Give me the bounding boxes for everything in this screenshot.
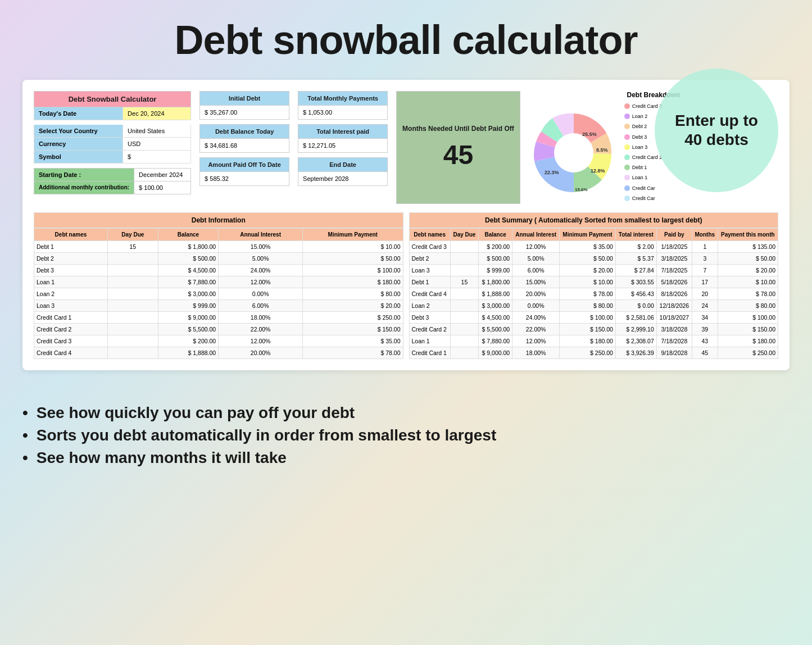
pie-chart: 25.5% 8.5% 12.8% 15.6% 22.3% (529, 108, 619, 198)
table-row: Loan 1 $ 7,880.00 12.00% $ 180.00 (34, 276, 403, 288)
end-date-label: End Date (298, 157, 388, 172)
table-row: Debt 1 15 $ 1,800.00 15.00% $ 10.00 $ 30… (409, 276, 778, 288)
table-row: Credit Card 1 $ 9,000.00 18.00% $ 250.00 (34, 311, 403, 323)
total-monthly-value: $ 1,053.00 (298, 106, 388, 120)
country-label: Select Your Country (34, 125, 123, 137)
currency-value: USD (123, 138, 190, 150)
col-paid-by: Paid by (656, 228, 692, 240)
bullet-item: •Sorts you debt automatically in order f… (22, 426, 790, 444)
svg-point-0 (554, 133, 593, 172)
col-day-due-1: Day Due (107, 228, 158, 240)
bullets-section: •See how quickly you can pay off your de… (0, 393, 812, 483)
col-annual-int-2: Annual Interest (512, 228, 560, 240)
monthly-contrib-value: $ 100.00 (134, 181, 190, 194)
page-title: Debt snowball calculator (0, 0, 812, 74)
initial-debt-label: Initial Debt (199, 91, 289, 106)
col-debt-names-1: Debt names (34, 228, 108, 240)
total-interest-label: Total Interest paid (298, 124, 388, 139)
debt-info-title: Debt Information (34, 212, 403, 228)
bullet-dot: • (22, 404, 28, 422)
bullet-dot: • (22, 426, 28, 444)
table-row: Loan 3 $ 999.00 6.00% $ 20.00 (34, 299, 403, 311)
symbol-label: Symbol (34, 151, 123, 163)
enter-debts-bubble: Enter up to 40 debts (655, 69, 778, 192)
months-panel: Months Needed Until Debt Paid Off 45 (396, 91, 520, 204)
table-row: Debt 3 $ 4,500.00 24.00% $ 100.00 (34, 264, 403, 276)
table-row: Credit Card 3 $ 200.00 12.00% $ 35.00 $ … (409, 240, 778, 252)
col-annual-int-1: Annual Interest (219, 228, 303, 240)
table-row: Credit Card 2 $ 5,500.00 22.00% $ 150.00 (34, 323, 403, 335)
col-min-pay-2: Minimum Payment (560, 228, 616, 240)
initial-debt-value: $ 35,267.00 (199, 106, 289, 120)
table-row: Debt 3 $ 4,500.00 24.00% $ 100.00 $ 2,58… (409, 311, 778, 323)
svg-text:22.3%: 22.3% (545, 170, 559, 175)
symbol-value: $ (123, 151, 190, 163)
debt-summary-title: Debt Summary ( Automatically Sorted from… (409, 212, 779, 228)
table-row: Credit Card 2 $ 5,500.00 22.00% $ 150.00… (409, 323, 778, 335)
col-total-int: Total interest (615, 228, 656, 240)
table-row: Loan 2 $ 3,000.00 0.00% $ 80.00 $ 0.00 1… (409, 299, 778, 311)
starting-date-value: December 2024 (134, 169, 190, 181)
col-payment-month: Payment this month (718, 228, 778, 240)
svg-text:12.8%: 12.8% (591, 168, 605, 174)
debt-info-table: Debt Information Debt names Day Due Bala… (34, 212, 403, 359)
todays-date-label: Today's Date (34, 107, 123, 120)
bullet-item: •See how quickly you can pay off your de… (22, 404, 790, 422)
table-row: Loan 1 $ 7,880.00 12.00% $ 180.00 $ 2,30… (409, 335, 778, 347)
table-row: Loan 3 $ 999.00 6.00% $ 20.00 $ 27.84 7/… (409, 264, 778, 276)
table-row: Debt 2 $ 500.00 5.00% $ 50.00 (34, 252, 403, 264)
svg-text:25.5%: 25.5% (582, 131, 597, 137)
table-row: Debt 2 $ 500.00 5.00% $ 50.00 $ 5.37 3/1… (409, 252, 778, 264)
table-row: Credit Card 4 $ 1,888.00 20.00% $ 78.00 (34, 347, 403, 358)
total-monthly-label: Total Monthly Payments (298, 91, 388, 106)
calculator-title: Debt Snowball Calculator (34, 91, 191, 107)
months-title: Months Needed Until Debt Paid Off (402, 125, 514, 134)
amount-paid-label: Amount Paid Off To Date (199, 157, 289, 172)
bullet-item: •See how many months it will take (22, 449, 790, 467)
table-row: Credit Card 3 $ 200.00 12.00% $ 35.00 (34, 335, 403, 347)
col-min-pay-1: Minimum Payment (303, 228, 403, 240)
table-row: Loan 2 $ 3,000.00 0.00% $ 80.00 (34, 288, 403, 299)
end-date-value: September 2028 (298, 172, 388, 186)
debt-balance-value: $ 34,681.68 (199, 139, 289, 153)
col-day-due-2: Day Due (450, 228, 478, 240)
total-interest-value: $ 12,271.05 (298, 139, 388, 153)
col-months: Months (692, 228, 718, 240)
left-info-panel: Debt Snowball Calculator Today's Date De… (34, 91, 191, 204)
todays-date-value: Dec 20, 2024 (123, 107, 190, 120)
starting-date-label: Starting Date : (34, 169, 134, 181)
debt-summary-table: Debt Summary ( Automatically Sorted from… (409, 212, 779, 359)
col-balance-2: Balance (479, 228, 512, 240)
monthly-contrib-label: Additionnal monthly contribution: (34, 181, 134, 194)
col-balance-1: Balance (158, 228, 218, 240)
svg-text:15.6%: 15.6% (575, 187, 588, 192)
amount-paid-value: $ 585.32 (199, 172, 289, 186)
table-row: Credit Card 1 $ 9,000.00 18.00% $ 250.00… (409, 347, 778, 358)
currency-label: Currency (34, 138, 123, 150)
bullet-dot: • (22, 449, 28, 467)
months-value: 45 (443, 139, 473, 170)
table-row: Credit Card 4 $ 1,888.00 20.00% $ 78.00 … (409, 288, 778, 299)
col-debt-names-2: Debt names (409, 228, 450, 240)
debt-balance-label: Debt Balance Today (199, 124, 289, 139)
svg-text:8.5%: 8.5% (596, 147, 608, 153)
country-value: United States (123, 125, 190, 137)
table-row: Debt 1 15 $ 1,800.00 15.00% $ 10.00 (34, 240, 403, 252)
